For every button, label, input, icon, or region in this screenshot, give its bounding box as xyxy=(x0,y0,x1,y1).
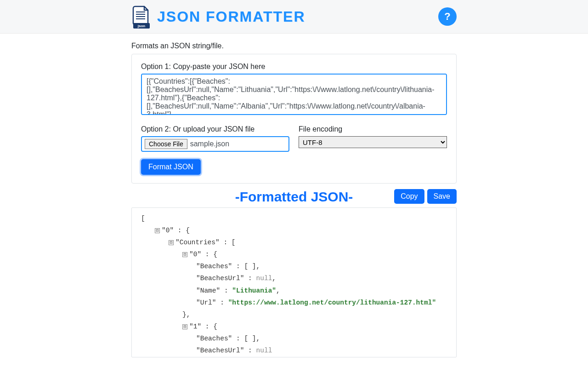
result-actions: Copy Save xyxy=(394,189,457,204)
option2-label: Option 2: Or upload your JSON file xyxy=(141,125,289,133)
app-header: json JSON FORMATTER ? xyxy=(0,0,588,34)
option1-label: Option 1: Copy-paste your JSON here xyxy=(141,63,447,71)
collapse-toggle-icon[interactable]: ⊟ xyxy=(155,228,160,233)
output-line: "Beaches" : [ ], xyxy=(141,260,447,272)
copy-button[interactable]: Copy xyxy=(394,189,424,204)
save-button[interactable]: Save xyxy=(427,189,457,204)
output-line: ⊟"Countries" : [ xyxy=(141,236,447,248)
output-line: "BeachesUrl" : null, xyxy=(141,272,447,284)
choose-file-button[interactable]: Choose File xyxy=(145,139,187,149)
page-description: Formats an JSON string/file. xyxy=(131,42,457,50)
header-inner: json JSON FORMATTER ? xyxy=(131,5,457,29)
result-title: -Formatted JSON- xyxy=(235,189,353,205)
output-line: "BeachesUrl" : null xyxy=(141,345,447,356)
encoding-col: File encoding UTF-8 xyxy=(299,125,447,152)
collapse-toggle-icon[interactable]: ⊟ xyxy=(182,252,187,257)
output-line: ⊟"1" : { xyxy=(141,321,447,333)
json-textarea[interactable] xyxy=(141,74,447,115)
output-line: "Name" : "Lithuania", xyxy=(141,285,447,297)
format-json-button[interactable]: Format JSON xyxy=(141,159,201,175)
collapse-toggle-icon[interactable]: ⊟ xyxy=(169,240,174,245)
result-header: -Formatted JSON- Copy Save xyxy=(131,189,457,205)
encoding-select[interactable]: UTF-8 xyxy=(299,136,447,148)
output-line: [ xyxy=(141,213,447,224)
input-card: Option 1: Copy-paste your JSON here Opti… xyxy=(131,54,457,184)
output-line: ⊟"0" : { xyxy=(141,248,447,260)
main-container: Formats an JSON string/file. Option 1: C… xyxy=(131,42,457,357)
option2-row: Option 2: Or upload your JSON file Choos… xyxy=(141,125,447,152)
svg-text:json: json xyxy=(137,24,146,28)
encoding-label: File encoding xyxy=(299,125,447,133)
json-file-icon: json xyxy=(131,5,152,29)
collapse-toggle-icon[interactable]: ⊟ xyxy=(182,324,187,329)
output-line: "Url" : "https://www.latlong.net/country… xyxy=(141,297,447,309)
output-line: ⊟"0" : { xyxy=(141,224,447,236)
help-icon: ? xyxy=(444,11,450,23)
filename-label: sample.json xyxy=(190,140,229,148)
file-input-wrap[interactable]: Choose File sample.json xyxy=(141,136,289,152)
logo-group: json JSON FORMATTER xyxy=(131,5,305,29)
help-button[interactable]: ? xyxy=(438,7,457,26)
output-line: "Beaches" : [ ], xyxy=(141,333,447,345)
formatted-output[interactable]: [ ⊟"0" : { ⊟"Countries" : [ ⊟"0" : { "Be… xyxy=(131,207,457,357)
output-line: }, xyxy=(141,309,447,321)
app-title: JSON FORMATTER xyxy=(157,8,305,25)
upload-col: Option 2: Or upload your JSON file Choos… xyxy=(141,125,289,152)
